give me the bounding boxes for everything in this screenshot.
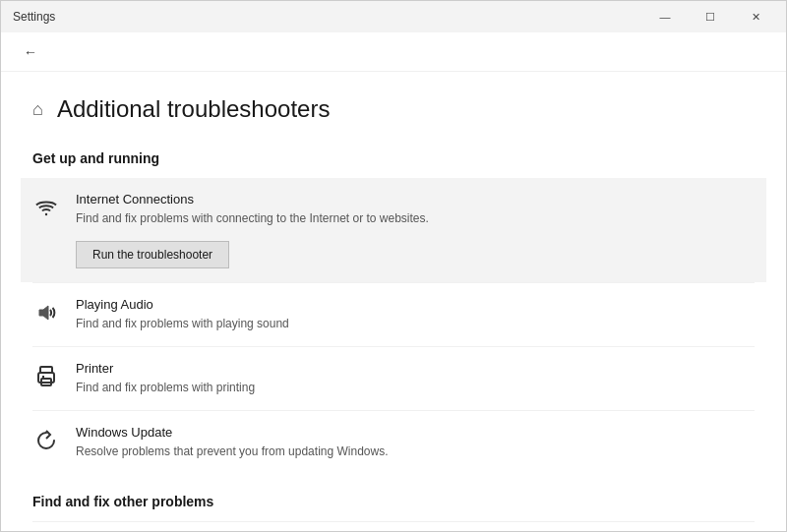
audio-item-body: Playing Audio Find and fix problems with… <box>76 297 755 332</box>
run-troubleshooter-button[interactable]: Run the troubleshooter <box>76 241 229 268</box>
page-header: ⌂ Additional troubleshooters <box>32 95 755 123</box>
home-icon: ⌂ <box>32 99 43 120</box>
troubleshooter-item-bluetooth[interactable]: Bluetooth Find and fix problems with Blu… <box>32 521 755 531</box>
nav-bar: ← <box>1 32 786 72</box>
internet-item-name: Internet Connections <box>76 192 755 207</box>
audio-item-desc: Find and fix problems with playing sound <box>76 315 755 332</box>
title-bar: Settings — ☐ ✕ <box>1 1 786 32</box>
internet-item-desc: Find and fix problems with connecting to… <box>76 209 755 227</box>
troubleshooter-item-printer[interactable]: Printer Find and fix problems with print… <box>32 346 755 410</box>
audio-icon <box>32 299 60 326</box>
troubleshooter-item-windows-update[interactable]: Windows Update Resolve problems that pre… <box>32 410 755 474</box>
audio-item-name: Playing Audio <box>76 297 755 312</box>
section-find-fix: Find and fix other problems Bluetooth Fi… <box>32 494 755 531</box>
maximize-button[interactable]: ☐ <box>688 1 733 32</box>
content-area: ⌂ Additional troubleshooters Get up and … <box>1 72 786 531</box>
section-heading-1: Get up and running <box>32 150 755 166</box>
title-bar-controls: — ☐ ✕ <box>642 1 778 32</box>
wifi-icon <box>32 194 60 221</box>
internet-item-body: Internet Connections Find and fix proble… <box>76 192 755 268</box>
troubleshooter-item-audio[interactable]: Playing Audio Find and fix problems with… <box>32 282 755 346</box>
windows-update-item-body: Windows Update Resolve problems that pre… <box>76 425 755 460</box>
printer-item-desc: Find and fix problems with printing <box>76 379 755 396</box>
svg-marker-1 <box>39 306 48 320</box>
close-button[interactable]: ✕ <box>733 1 778 32</box>
title-bar-title: Settings <box>13 10 55 24</box>
section-get-up-and-running: Get up and running Internet Connections <box>32 150 755 474</box>
update-icon <box>32 427 60 454</box>
printer-icon <box>32 363 60 390</box>
svg-point-0 <box>45 213 47 215</box>
page-title: Additional troubleshooters <box>57 95 331 123</box>
printer-item-body: Printer Find and fix problems with print… <box>76 361 755 396</box>
section-heading-2: Find and fix other problems <box>32 494 755 509</box>
settings-window: Settings — ☐ ✕ ← ⌂ Additional troublesho… <box>0 0 787 532</box>
windows-update-item-name: Windows Update <box>76 425 755 440</box>
minimize-button[interactable]: — <box>642 1 688 32</box>
title-bar-left: Settings <box>13 10 55 24</box>
main-content: ⌂ Additional troubleshooters Get up and … <box>1 72 786 531</box>
back-button[interactable]: ← <box>17 38 44 66</box>
windows-update-item-desc: Resolve problems that prevent you from u… <box>76 443 755 460</box>
printer-item-name: Printer <box>76 361 755 376</box>
troubleshooter-item-internet[interactable]: Internet Connections Find and fix proble… <box>21 178 766 282</box>
